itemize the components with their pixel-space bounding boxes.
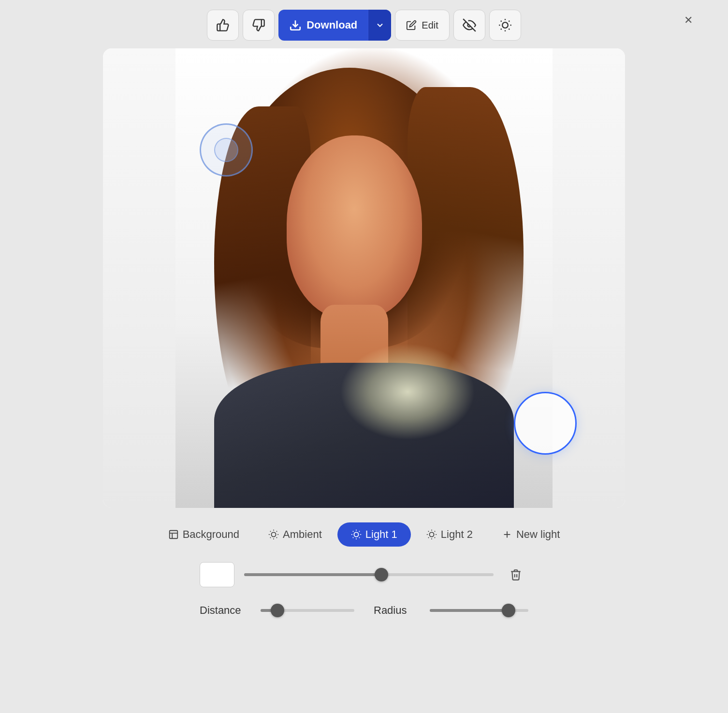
controls-section: Background Ambient — [103, 508, 625, 633]
tab-new-light-label: New light — [516, 528, 560, 541]
light-handle-1[interactable] — [200, 123, 253, 177]
tab-ambient-label: Ambient — [283, 528, 322, 541]
distance-slider-thumb[interactable] — [271, 604, 284, 617]
light-glow — [340, 343, 475, 440]
slider-row-labeled: Distance Radius — [200, 598, 528, 623]
svg-line-33 — [428, 531, 429, 532]
radius-label: Radius — [374, 604, 422, 617]
download-button-main[interactable]: Download — [278, 10, 368, 41]
slider-row-main — [200, 562, 528, 587]
edit-button[interactable]: Edit — [395, 10, 449, 41]
svg-line-16 — [277, 537, 277, 538]
light-handle-1-inner — [214, 138, 238, 162]
svg-line-20 — [277, 531, 277, 532]
person-portrait — [175, 48, 553, 508]
light-handle-2[interactable] — [514, 392, 577, 455]
svg-line-29 — [359, 531, 360, 532]
svg-line-37 — [428, 537, 429, 538]
delete-button[interactable] — [503, 562, 528, 587]
radius-slider-track — [430, 609, 528, 612]
svg-line-5 — [501, 21, 502, 22]
svg-line-6 — [509, 29, 510, 30]
download-button[interactable]: Download — [278, 10, 391, 41]
radius-slider-wrapper — [430, 598, 528, 623]
like-button[interactable] — [207, 10, 239, 41]
download-label: Download — [306, 19, 357, 31]
svg-rect-11 — [169, 531, 177, 539]
tab-light1[interactable]: Light 1 — [337, 522, 411, 547]
download-dropdown-arrow[interactable] — [368, 10, 391, 41]
svg-point-30 — [429, 532, 434, 536]
svg-line-10 — [509, 21, 510, 22]
main-slider-wrapper — [244, 562, 494, 587]
dislike-button[interactable] — [243, 10, 275, 41]
tab-light1-label: Light 1 — [365, 528, 397, 541]
distance-slider-wrapper — [261, 598, 354, 623]
tab-background[interactable]: Background — [155, 522, 253, 547]
svg-point-21 — [354, 532, 358, 536]
tab-light2[interactable]: Light 2 — [413, 522, 486, 547]
color-swatch[interactable] — [200, 562, 234, 587]
distance-slider-track — [261, 609, 354, 612]
face-shape — [287, 135, 422, 319]
radius-slider-fill — [430, 609, 509, 612]
svg-line-34 — [435, 537, 435, 538]
radius-slider-thumb[interactable] — [502, 604, 515, 617]
radius-slider-group: Radius — [374, 598, 528, 623]
svg-line-28 — [353, 537, 353, 538]
tab-ambient[interactable]: Ambient — [255, 522, 335, 547]
svg-line-15 — [270, 531, 271, 532]
svg-line-25 — [359, 537, 360, 538]
sliders-section: Distance Radius — [103, 562, 625, 623]
canvas-wrapper — [103, 48, 625, 508]
close-icon: ✕ — [684, 14, 693, 27]
svg-line-9 — [501, 29, 502, 30]
distance-label: Distance — [200, 604, 253, 617]
hide-button[interactable] — [453, 10, 485, 41]
svg-point-2 — [502, 22, 508, 28]
tab-background-label: Background — [183, 528, 239, 541]
lighting-button[interactable] — [489, 10, 521, 41]
svg-point-12 — [271, 532, 276, 536]
svg-line-38 — [435, 531, 435, 532]
tab-light2-label: Light 2 — [441, 528, 473, 541]
svg-line-19 — [270, 537, 271, 538]
tab-bar: Background Ambient — [103, 522, 625, 547]
main-slider-fill — [244, 573, 381, 576]
tab-new-light[interactable]: New light — [488, 522, 573, 547]
edit-label: Edit — [422, 20, 438, 31]
main-slider-track — [244, 573, 494, 576]
svg-line-24 — [353, 531, 353, 532]
main-slider-thumb[interactable] — [375, 568, 388, 581]
toolbar: Download Edit — [0, 0, 728, 48]
close-button[interactable]: ✕ — [678, 10, 699, 31]
canvas-area[interactable] — [103, 48, 625, 508]
distance-slider-group: Distance — [200, 598, 354, 623]
